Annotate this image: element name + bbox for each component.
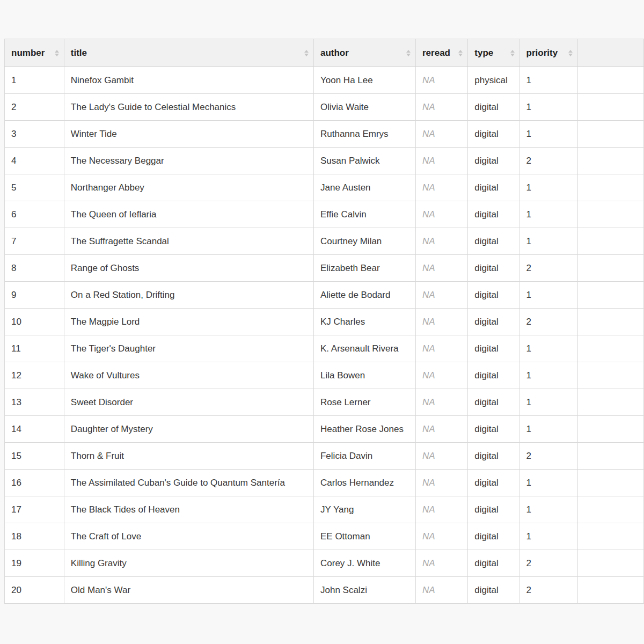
cell-author: K. Arsenault Rivera (313, 335, 415, 362)
cell-clipped (577, 174, 643, 201)
table-row: 17 The Black Tides of Heaven JY Yang NA … (5, 496, 644, 523)
cell-reread: NA (415, 443, 467, 470)
cell-clipped (577, 470, 643, 496)
cell-priority: 1 (519, 67, 577, 94)
cell-reread: NA (415, 121, 467, 148)
column-header-title-label: title (71, 48, 87, 58)
cell-number: 18 (5, 523, 64, 550)
cell-number: 15 (5, 443, 64, 470)
cell-type: digital (468, 550, 519, 577)
cell-type: digital (468, 496, 519, 523)
column-header-priority[interactable]: priority (519, 39, 577, 67)
cell-priority: 2 (519, 550, 577, 577)
cell-type: digital (468, 389, 519, 416)
column-header-title[interactable]: title (64, 39, 313, 67)
cell-type: digital (468, 228, 519, 255)
sort-icon (510, 50, 515, 56)
cell-priority: 2 (519, 577, 577, 604)
column-header-reread[interactable]: reread (415, 39, 467, 67)
cell-priority: 1 (519, 174, 577, 201)
cell-type: physical (468, 67, 519, 94)
sort-icon (568, 50, 573, 56)
cell-title: Killing Gravity (64, 550, 313, 577)
sort-icon (304, 50, 309, 56)
cell-priority: 1 (519, 335, 577, 362)
cell-reread: NA (415, 523, 467, 550)
cell-reread: NA (415, 362, 467, 389)
cell-title: The Black Tides of Heaven (64, 496, 313, 523)
cell-title: Daughter of Mystery (64, 416, 313, 443)
cell-title: The Tiger's Daughter (64, 335, 313, 362)
cell-number: 2 (5, 94, 64, 121)
cell-title: The Lady's Guide to Celestial Mechanics (64, 94, 313, 121)
cell-priority: 1 (519, 282, 577, 309)
table-row: 15 Thorn & Fruit Felicia Davin NA digita… (5, 443, 644, 470)
cell-author: Carlos Hernandez (313, 470, 415, 496)
column-header-reread-label: reread (422, 48, 450, 58)
cell-title: Range of Ghosts (64, 255, 313, 282)
cell-reread: NA (415, 309, 467, 335)
cell-type: digital (468, 335, 519, 362)
sort-icon (458, 50, 463, 56)
cell-type: digital (468, 362, 519, 389)
cell-reread: NA (415, 389, 467, 416)
cell-reread: NA (415, 94, 467, 121)
cell-priority: 1 (519, 389, 577, 416)
cell-title: Old Man's War (64, 577, 313, 604)
cell-priority: 1 (519, 201, 577, 228)
cell-number: 17 (5, 496, 64, 523)
cell-author: Ruthanna Emrys (313, 121, 415, 148)
cell-number: 10 (5, 309, 64, 335)
column-header-clipped (577, 39, 643, 67)
table-row: 11 The Tiger's Daughter K. Arsenault Riv… (5, 335, 644, 362)
cell-title: The Necessary Beggar (64, 148, 313, 174)
cell-clipped (577, 362, 643, 389)
books-table-container: number title author reread type (4, 39, 644, 604)
cell-title: Winter Tide (64, 121, 313, 148)
column-header-number-label: number (11, 48, 45, 58)
column-header-type-label: type (474, 48, 493, 58)
cell-clipped (577, 496, 643, 523)
cell-reread: NA (415, 550, 467, 577)
cell-type: digital (468, 443, 519, 470)
cell-title: The Suffragette Scandal (64, 228, 313, 255)
cell-priority: 1 (519, 496, 577, 523)
cell-reread: NA (415, 577, 467, 604)
cell-number: 4 (5, 148, 64, 174)
cell-reread: NA (415, 496, 467, 523)
cell-author: EE Ottoman (313, 523, 415, 550)
table-row: 12 Wake of Vultures Lila Bowen NA digita… (5, 362, 644, 389)
cell-reread: NA (415, 470, 467, 496)
table-row: 16 The Assimilated Cuban's Guide to Quan… (5, 470, 644, 496)
table-row: 5 Northanger Abbey Jane Austen NA digita… (5, 174, 644, 201)
cell-clipped (577, 148, 643, 174)
cell-author: Courtney Milan (313, 228, 415, 255)
cell-clipped (577, 335, 643, 362)
cell-title: Thorn & Fruit (64, 443, 313, 470)
cell-priority: 1 (519, 94, 577, 121)
cell-number: 6 (5, 201, 64, 228)
table-row: 8 Range of Ghosts Elizabeth Bear NA digi… (5, 255, 644, 282)
cell-priority: 1 (519, 362, 577, 389)
cell-reread: NA (415, 174, 467, 201)
cell-number: 20 (5, 577, 64, 604)
cell-clipped (577, 550, 643, 577)
column-header-priority-label: priority (526, 48, 558, 58)
table-row: 20 Old Man's War John Scalzi NA digital … (5, 577, 644, 604)
cell-clipped (577, 94, 643, 121)
table-row: 18 The Craft of Love EE Ottoman NA digit… (5, 523, 644, 550)
column-header-author[interactable]: author (313, 39, 415, 67)
cell-author: Olivia Waite (313, 94, 415, 121)
cell-type: digital (468, 282, 519, 309)
column-header-number[interactable]: number (5, 39, 64, 67)
cell-author: Jane Austen (313, 174, 415, 201)
column-header-type[interactable]: type (468, 39, 519, 67)
cell-clipped (577, 309, 643, 335)
cell-author: Elizabeth Bear (313, 255, 415, 282)
cell-reread: NA (415, 416, 467, 443)
cell-title: Wake of Vultures (64, 362, 313, 389)
cell-type: digital (468, 523, 519, 550)
cell-priority: 1 (519, 470, 577, 496)
cell-title: Northanger Abbey (64, 174, 313, 201)
cell-type: digital (468, 255, 519, 282)
